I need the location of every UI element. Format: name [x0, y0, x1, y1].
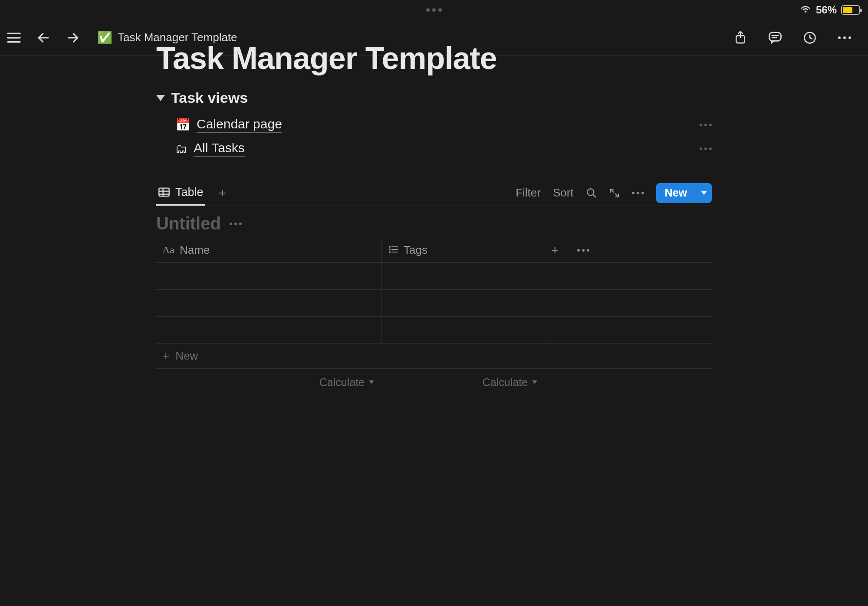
chevron-down-icon — [369, 380, 374, 384]
database-title-more-icon[interactable] — [230, 223, 242, 225]
table-header-row: Aa Name Tags + — [156, 238, 712, 263]
expand-icon[interactable] — [609, 188, 620, 198]
calculate-cell-tags[interactable]: Calculate — [382, 370, 545, 394]
page-link-label: Calendar page — [197, 117, 282, 133]
battery-icon — [841, 5, 860, 15]
svg-line-12 — [810, 38, 812, 39]
column-options-icon[interactable] — [577, 249, 589, 252]
multiselect-property-icon — [388, 243, 398, 257]
wifi-icon — [799, 4, 812, 16]
more-icon[interactable] — [835, 28, 854, 47]
cell-name[interactable] — [156, 263, 382, 289]
menu-icon[interactable] — [4, 28, 23, 47]
cell-tags[interactable] — [382, 263, 545, 289]
row-more-icon[interactable] — [700, 124, 712, 126]
search-icon[interactable] — [586, 187, 597, 199]
chevron-down-icon — [532, 380, 537, 384]
page-emoji-icon: ✅ — [97, 30, 112, 45]
cell-name[interactable] — [156, 317, 382, 343]
filter-button[interactable]: Filter — [516, 186, 541, 200]
page-title[interactable]: Task Manager Template — [156, 43, 712, 74]
new-entry-dropdown[interactable] — [696, 183, 712, 203]
svg-rect-7 — [769, 32, 781, 41]
toggle-heading[interactable]: Task views — [156, 89, 712, 106]
caret-down-icon — [156, 95, 165, 101]
cell-spare — [545, 290, 712, 316]
svg-point-23 — [389, 249, 391, 250]
forward-icon[interactable] — [63, 28, 82, 47]
svg-point-21 — [389, 246, 391, 248]
new-entry-label: New — [656, 183, 696, 203]
page-link-label: All Tasks — [194, 141, 245, 157]
plus-icon: + — [162, 349, 169, 363]
toggle-heading-label: Task views — [171, 89, 248, 106]
new-entry-button[interactable]: New — [656, 183, 712, 203]
tab-label: Table — [175, 186, 204, 199]
column-label: Tags — [404, 243, 427, 257]
database-view-tabs: Table + Filter Sort — [156, 180, 712, 206]
column-header-name[interactable]: Aa Name — [156, 238, 382, 262]
table-view-icon — [158, 187, 170, 197]
add-column-button[interactable]: + — [551, 243, 559, 258]
table-row[interactable] — [156, 317, 712, 344]
calculate-label: Calculate — [319, 376, 365, 389]
folder-emoji-icon: 🗂 — [175, 141, 187, 156]
share-icon[interactable] — [731, 28, 750, 47]
chevron-down-icon — [701, 191, 707, 195]
page-link-calendar[interactable]: 📅 Calendar page — [175, 117, 712, 133]
comments-icon[interactable] — [766, 28, 785, 47]
new-row-button[interactable]: + New — [156, 344, 712, 369]
svg-rect-13 — [159, 188, 169, 197]
cell-spare — [545, 263, 712, 289]
cell-spare — [545, 317, 712, 343]
svg-line-18 — [593, 194, 596, 197]
table-row[interactable] — [156, 263, 712, 290]
battery-percent: 56% — [816, 4, 837, 16]
svg-point-25 — [389, 251, 391, 253]
new-row-label: New — [175, 349, 198, 363]
page-link-all-tasks[interactable]: 🗂 All Tasks — [175, 141, 712, 157]
cell-tags[interactable] — [382, 317, 545, 343]
tab-table[interactable]: Table — [156, 180, 205, 206]
multitasking-dots-icon[interactable] — [426, 8, 442, 12]
column-label: Name — [180, 243, 210, 257]
database-title[interactable]: Untitled — [156, 214, 221, 233]
clock-icon[interactable] — [800, 28, 819, 47]
cell-name[interactable] — [156, 290, 382, 316]
calculate-cell-name[interactable]: Calculate — [156, 370, 382, 394]
row-more-icon[interactable] — [700, 147, 712, 150]
cell-tags[interactable] — [382, 290, 545, 316]
column-header-tags[interactable]: Tags — [382, 238, 545, 262]
sort-button[interactable]: Sort — [553, 186, 574, 200]
add-view-button[interactable]: + — [217, 187, 229, 199]
back-icon[interactable] — [34, 28, 53, 47]
system-status-bar: 56% — [0, 0, 868, 20]
calendar-emoji-icon: 📅 — [175, 118, 191, 132]
table-row[interactable] — [156, 290, 712, 317]
view-options-icon[interactable] — [632, 192, 644, 194]
database-table: Aa Name Tags + — [156, 238, 712, 394]
title-property-icon: Aa — [162, 244, 174, 256]
calculate-label: Calculate — [483, 376, 528, 389]
